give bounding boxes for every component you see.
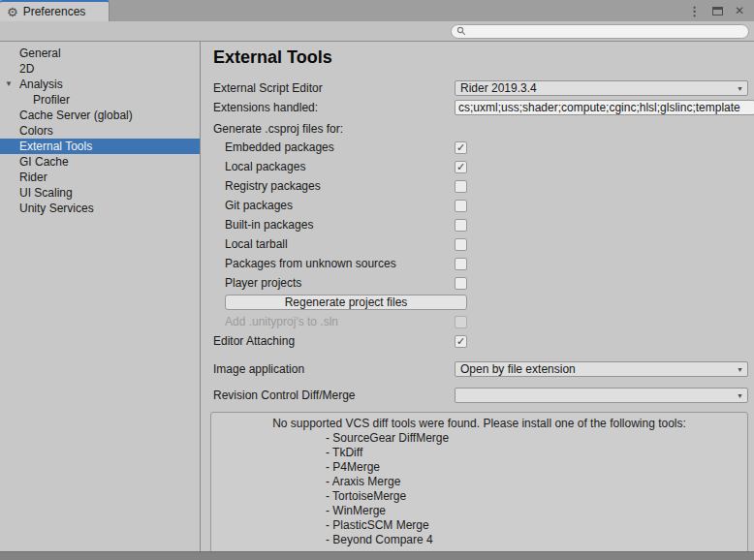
vcs-tool-item: - Beyond Compare 4 [217,533,741,547]
local-tarball-checkbox[interactable] [455,238,467,251]
window-footer [0,551,754,560]
main-panel: External Tools External Script Editor Ri… [201,42,754,551]
image-application-value: Open by file extension [460,362,576,376]
toolbar [0,21,754,42]
sidebar-item-unity-services[interactable]: Unity Services [0,201,200,216]
gear-icon: ⚙ [7,6,18,18]
checkbox-label: Embedded packages [213,140,455,154]
page-title: External Tools [213,47,748,68]
row-add-unityproj: Add .unityproj's to .sln [213,312,748,331]
sidebar-item-external-tools[interactable]: External Tools [0,139,200,154]
row-player-projects: Player projects [213,273,748,293]
window-menu-icon[interactable]: ⋮ [688,4,701,18]
vcs-tool-item: - PlasticSCM Merge [217,518,741,533]
sidebar-item-profiler[interactable]: Profiler [0,92,200,108]
image-application-label: Image application [213,362,455,376]
row-embedded-packages: Embedded packages ✓ [213,138,748,157]
sidebar-item-ui-scaling[interactable]: UI Scaling [0,185,200,201]
player-projects-checkbox[interactable] [455,277,467,290]
sidebar-item-2d[interactable]: 2D [0,61,200,77]
sidebar-item-rider[interactable]: Rider [0,170,200,185]
editor-attaching-checkbox[interactable]: ✓ [455,335,467,348]
add-unityproj-label: Add .unityproj's to .sln [213,315,455,328]
script-editor-dropdown[interactable]: Rider 2019.3.4 ▼ [455,80,748,96]
sidebar-item-label: Analysis [19,78,63,91]
preferences-window: ⚙ Preferences ⋮ ✕ General 2D ▼Analysis P… [0,0,754,560]
extensions-value: cs;uxml;uss;shader;compute;cginc;hlsl;gl… [458,101,740,114]
tab-title: Preferences [23,5,86,18]
extensions-input[interactable]: cs;uxml;uss;shader;compute;cginc;hlsl;gl… [455,100,754,115]
regenerate-project-files-button[interactable]: Regenerate project files [225,295,467,310]
search-input[interactable] [470,25,743,37]
tab-preferences[interactable]: ⚙ Preferences [0,0,110,21]
row-editor-attaching: Editor Attaching ✓ [213,331,748,351]
checkbox-label: Git packages [213,199,455,212]
revision-control-dropdown[interactable]: ▼ [455,388,748,403]
checkbox-label: Built-in packages [213,218,455,232]
row-local-packages: Local packages ✓ [213,157,748,176]
chevron-down-icon: ▼ [737,392,743,399]
script-editor-value: Rider 2019.3.4 [460,81,537,95]
sidebar: General 2D ▼Analysis Profiler Cache Serv… [0,42,201,551]
row-builtin-packages: Built-in packages [213,215,748,234]
vcs-tool-item: - Araxis Merge [217,475,741,489]
image-application-dropdown[interactable]: Open by file extension ▼ [455,361,748,377]
vcs-tool-item: - TkDiff [217,446,741,460]
close-icon[interactable]: ✕ [735,4,744,17]
registry-packages-checkbox[interactable] [455,180,467,193]
git-packages-checkbox[interactable] [455,200,467,212]
local-packages-checkbox[interactable]: ✓ [455,161,467,173]
chevron-down-icon: ▼ [737,366,743,373]
checkmark: ✓ [456,142,465,153]
row-local-tarball: Local tarball [213,234,748,254]
checkmark: ✓ [456,162,465,172]
row-unknown-sources: Packages from unknown sources [213,254,748,273]
unknown-sources-checkbox[interactable] [455,258,467,270]
checkbox-label: Registry packages [213,179,455,193]
add-unityproj-checkbox [455,316,467,328]
script-editor-label: External Script Editor [213,81,455,95]
builtin-packages-checkbox[interactable] [455,219,467,232]
generate-csproj-label: Generate .csproj files for: [213,120,748,138]
window-buttons: ⋮ ✕ [688,0,754,21]
row-registry-packages: Registry packages [213,176,748,196]
revision-control-label: Revision Control Diff/Merge [213,389,455,402]
chevron-down-icon: ▼ [737,85,743,92]
checkbox-label: Packages from unknown sources [213,257,455,270]
checkbox-label: Local tarball [213,237,455,251]
checkmark: ✓ [456,336,465,347]
extensions-label: Extensions handled: [213,101,455,114]
checkbox-label: Player projects [213,276,455,290]
foldout-arrow-icon[interactable]: ▼ [5,77,13,92]
sidebar-item-general[interactable]: General [0,46,200,61]
row-git-packages: Git packages [213,196,748,215]
sidebar-item-gi-cache[interactable]: GI Cache [0,154,200,170]
vcs-tool-item: - WinMerge [217,504,741,518]
vcs-tool-item: - TortoiseMerge [217,489,741,504]
title-bar: ⚙ Preferences ⋮ ✕ [0,0,754,21]
checkbox-label: Local packages [213,160,455,173]
vcs-notice-box: No supported VCS diff tools were found. … [210,412,748,551]
vcs-tool-item: - SourceGear DiffMerge [217,431,741,446]
sidebar-item-analysis[interactable]: ▼Analysis [0,77,200,92]
vcs-tool-item: - P4Merge [217,460,741,475]
editor-attaching-label: Editor Attaching [213,334,455,348]
sidebar-item-colors[interactable]: Colors [0,123,200,139]
embedded-packages-checkbox[interactable]: ✓ [455,141,467,154]
vcs-notice-heading: No supported VCS diff tools were found. … [217,417,741,431]
sidebar-item-cache-server[interactable]: Cache Server (global) [0,108,200,123]
search-icon [456,26,466,36]
maximize-icon[interactable] [712,7,723,16]
search-box[interactable] [451,24,749,39]
